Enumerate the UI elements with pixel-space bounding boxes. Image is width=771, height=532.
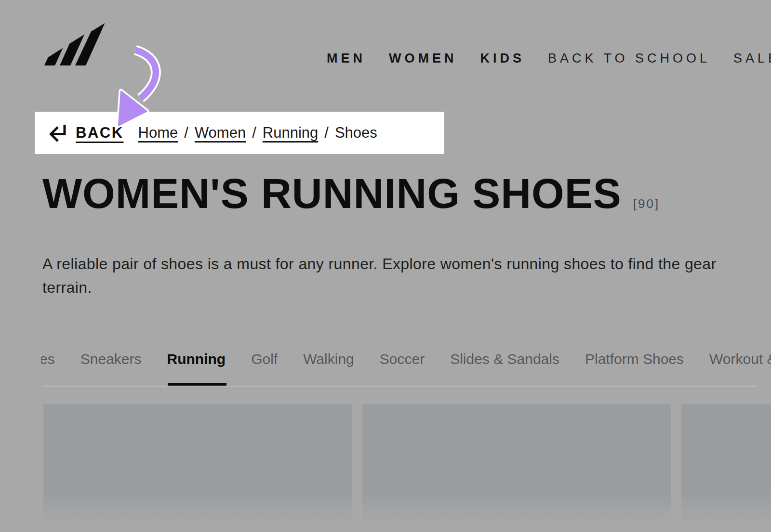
header-divider	[0, 85, 771, 85]
back-label: BACK	[76, 124, 124, 142]
tabs-row: All Shoes Sneakers Running Golf Walking …	[41, 346, 771, 383]
breadcrumb-separator: /	[252, 124, 256, 142]
category-description: A reliable pair of shoes is a must for a…	[42, 252, 717, 299]
nav-item-men[interactable]: MEN	[327, 51, 366, 66]
back-arrow-icon	[47, 123, 67, 143]
product-grid	[43, 404, 771, 526]
page-title: WOMEN'S RUNNING SHOES	[42, 171, 622, 215]
tab-running[interactable]: Running	[167, 346, 226, 383]
result-count-badge: [90]	[633, 196, 660, 211]
description-line: terrain.	[42, 276, 717, 299]
description-line: A reliable pair of shoes is a must for a…	[42, 252, 717, 276]
tab-workout-gym[interactable]: Workout & Gym	[709, 346, 771, 383]
nav-item-kids[interactable]: KIDS	[480, 51, 525, 66]
page: MEN WOMEN KIDS BACK TO SCHOOL SALE BACK …	[0, 0, 771, 532]
tab-all-shoes[interactable]: All Shoes	[41, 346, 55, 383]
tabs-divider	[42, 386, 758, 387]
back-button[interactable]: BACK	[47, 123, 124, 143]
breadcrumb-separator: /	[184, 124, 188, 142]
breadcrumb-running[interactable]: Running	[263, 124, 318, 142]
tab-platform-shoes[interactable]: Platform Shoes	[585, 346, 684, 383]
breadcrumb-shoes-current: Shoes	[335, 124, 377, 142]
breadcrumb-home[interactable]: Home	[138, 124, 178, 142]
adidas-logo[interactable]	[42, 23, 108, 65]
nav-item-women[interactable]: WOMEN	[389, 51, 457, 66]
tab-golf[interactable]: Golf	[251, 346, 278, 383]
category-tabs: All Shoes Sneakers Running Golf Walking …	[41, 346, 771, 387]
tab-slides-sandals[interactable]: Slides & Sandals	[450, 346, 559, 383]
nav-item-back-to-school[interactable]: BACK TO SCHOOL	[548, 51, 710, 66]
breadcrumb-women[interactable]: Women	[195, 124, 246, 142]
nav-item-sale[interactable]: SALE	[733, 51, 771, 66]
breadcrumb: Home / Women / Running / Shoes	[138, 124, 377, 142]
tab-soccer[interactable]: Soccer	[380, 346, 425, 383]
tab-sneakers[interactable]: Sneakers	[80, 346, 142, 383]
main-nav: MEN WOMEN KIDS BACK TO SCHOOL SALE	[327, 51, 771, 66]
product-image-placeholder[interactable]	[681, 404, 771, 526]
title-row: WOMEN'S RUNNING SHOES [90]	[42, 171, 660, 215]
breadcrumb-spotlight: BACK Home / Women / Running / Shoes	[35, 112, 444, 154]
tab-walking[interactable]: Walking	[303, 346, 354, 383]
product-image-placeholder[interactable]	[362, 404, 671, 526]
breadcrumb-separator: /	[324, 124, 329, 142]
product-image-placeholder[interactable]	[43, 404, 352, 526]
